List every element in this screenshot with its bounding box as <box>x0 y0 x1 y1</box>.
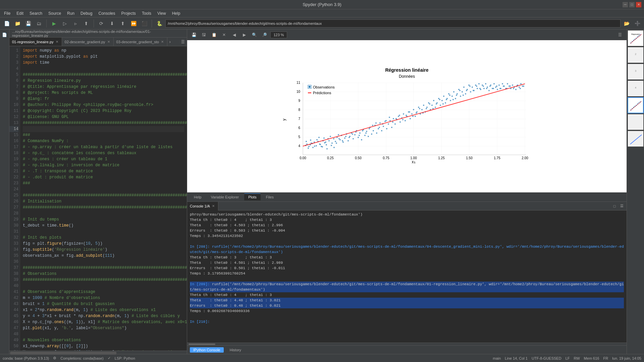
plot-container: Régression linéaire Données y x₁ <box>187 40 627 192</box>
tab-files[interactable]: Files <box>262 194 278 200</box>
svg-point-195 <box>369 128 370 129</box>
minimize-button[interactable]: ─ <box>623 2 628 7</box>
menu-file[interactable]: File <box>1 10 13 16</box>
status-encoding: UTF-8-GUESSED <box>532 356 561 360</box>
console-line-9: Theta : theta0 : 4.501 ; theta1 : 2.989 <box>190 260 624 265</box>
files-sidebar-btn[interactable]: 📄 <box>1 31 9 39</box>
menu-consoles[interactable]: Consoles <box>96 10 118 16</box>
tab-more[interactable]: › <box>167 40 173 44</box>
console-tab-close[interactable]: ✕ <box>211 204 215 208</box>
continue-button[interactable]: ⏩ <box>129 19 138 28</box>
svg-point-68 <box>331 142 333 144</box>
right-thumbnails: Régression 2 3 4 <box>627 29 644 354</box>
tab-close-2[interactable]: ✕ <box>107 40 111 44</box>
menu-view[interactable]: View <box>155 10 169 16</box>
thumbnail-6[interactable] <box>628 114 644 130</box>
svg-point-101 <box>386 128 387 129</box>
step-out-button[interactable]: ⬆ <box>118 19 127 28</box>
close-button[interactable]: ✕ <box>636 2 641 7</box>
menu-source[interactable]: Source <box>46 10 64 16</box>
svg-point-86 <box>361 139 362 140</box>
history-tab[interactable]: History <box>226 347 245 353</box>
tab-variable-explorer[interactable]: Variable Explorer <box>207 194 243 200</box>
step-button[interactable]: ⟳ <box>97 19 106 28</box>
svg-text:y: y <box>282 119 286 121</box>
svg-point-78 <box>347 140 349 141</box>
plot-zoom-out-btn[interactable]: 🔍 <box>250 31 258 39</box>
svg-point-128 <box>431 105 433 106</box>
plot-zoom-in-btn[interactable]: 🔎 <box>260 31 268 39</box>
console-tab-1[interactable]: Console 1/A ✕ <box>187 202 218 210</box>
menu-help[interactable]: Help <box>169 10 183 16</box>
tab-descente-gradient[interactable]: 02-descente_gradient.py ✕ <box>62 38 114 46</box>
options-button[interactable]: ➕ <box>633 19 642 28</box>
plot-zoom-input[interactable] <box>270 32 287 38</box>
menu-debug[interactable]: Debug <box>78 10 95 16</box>
thumbnail-5-active[interactable] <box>628 97 644 113</box>
editor-pane: ...roy/Bureau/seriousgames/blender-edute… <box>9 29 187 354</box>
debug-button[interactable]: ⬆ <box>82 19 91 28</box>
plot-next-btn[interactable]: ▶ <box>240 31 248 39</box>
thumbnail-1[interactable]: Régression <box>628 30 644 46</box>
maximize-button[interactable]: □ <box>629 2 635 7</box>
tab-help[interactable]: Help <box>190 194 206 200</box>
run-cell-button[interactable]: ▷ <box>60 19 69 28</box>
thumbnail-7[interactable] <box>628 131 644 147</box>
menu-run[interactable]: Run <box>64 10 77 16</box>
svg-point-184 <box>333 147 335 148</box>
tab-options[interactable]: ☰ <box>179 40 187 44</box>
code-area[interactable]: 12345 678910 1112131415 1617181920 21222… <box>9 46 187 351</box>
tab-close-3[interactable]: ✕ <box>160 40 164 44</box>
console-output[interactable]: phroy/Bureau/seriousgames/blender-edutec… <box>187 210 627 343</box>
status-sep-1: ⚙ <box>53 356 56 360</box>
svg-point-213 <box>429 103 430 105</box>
svg-point-66 <box>328 140 330 141</box>
save-file-button[interactable]: 💾 <box>23 19 33 28</box>
tab-close-1[interactable]: ✕ <box>55 40 59 44</box>
svg-point-212 <box>426 108 427 109</box>
python-button[interactable]: 🐍 <box>155 19 164 28</box>
open-file-button[interactable]: 📁 <box>13 19 22 28</box>
menu-edit[interactable]: Edit <box>14 10 26 16</box>
svg-point-216 <box>439 99 440 100</box>
new-file-button[interactable]: 📄 <box>2 19 11 28</box>
plot-save-btn[interactable]: 💾 <box>190 31 198 39</box>
thumbnail-4[interactable]: 4 <box>628 80 644 97</box>
menu-projects[interactable]: Projects <box>119 10 139 16</box>
menu-tools[interactable]: Tools <box>139 10 154 16</box>
svg-point-60 <box>318 137 320 138</box>
svg-point-161 <box>487 86 488 88</box>
plot-copy-btn[interactable]: 📋 <box>210 31 218 39</box>
ipython-console-tab[interactable]: IPython Console <box>190 347 224 353</box>
step-into-button[interactable]: ⬇ <box>107 19 117 28</box>
plot-prev-btn[interactable]: ◀ <box>230 31 238 39</box>
svg-point-93 <box>373 130 374 131</box>
tab-descente-gradient-sto[interactable]: 03-descente_gradient_sto ✕ <box>114 38 167 46</box>
stop-button[interactable]: ⬛ <box>140 19 149 28</box>
tab-plots[interactable]: Plots <box>244 193 260 200</box>
plot-save2-btn[interactable]: 🖫 <box>200 31 208 39</box>
plot-options-btn[interactable]: ☰ <box>616 31 624 39</box>
browse-button[interactable]: 📂 <box>622 19 631 28</box>
code-editor[interactable]: import numpy as np import matplotlib.pyp… <box>20 46 187 351</box>
run-button[interactable]: ▶ <box>49 19 59 28</box>
menu-search[interactable]: Search <box>27 10 45 16</box>
svg-point-65 <box>326 148 328 149</box>
svg-point-162 <box>488 90 490 91</box>
thumbnail-3[interactable]: 3 <box>628 64 644 80</box>
console-options-btn[interactable]: ☰ <box>619 203 625 209</box>
svg-point-123 <box>423 105 424 106</box>
save-all-button[interactable]: 🗂 <box>34 19 44 28</box>
thumbnail-2[interactable]: 2 <box>628 47 644 63</box>
tab-regression-lineaire[interactable]: 01-regression_lineaire.py ✕ <box>9 38 62 46</box>
console-new-btn[interactable]: □ <box>611 203 618 209</box>
svg-point-142 <box>455 98 456 99</box>
run-selection-button[interactable]: ▹ <box>71 19 80 28</box>
editor-scrollbar[interactable] <box>9 351 187 354</box>
console-scrollbar[interactable] <box>187 343 627 345</box>
svg-point-167 <box>497 89 498 90</box>
plot-close-btn[interactable]: ✕ <box>220 31 228 39</box>
console-line-11: Temps : 3.179563991760254 <box>190 271 624 276</box>
path-input[interactable] <box>165 19 621 27</box>
svg-point-118 <box>415 116 416 117</box>
